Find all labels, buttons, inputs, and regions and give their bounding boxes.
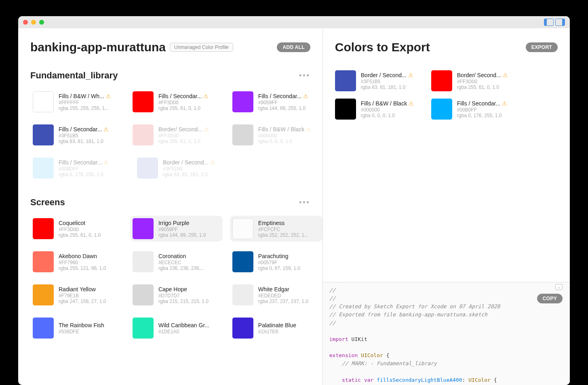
color-card[interactable]: Coronation#ECECECrgba 236, 236, 236,... bbox=[130, 249, 223, 275]
color-swatch bbox=[133, 284, 154, 305]
color-hex: #9059FF bbox=[158, 227, 206, 232]
color-rgba: rgba 255, 61, 0, 1.0 bbox=[59, 232, 101, 238]
color-card[interactable]: Fills / Secondar...⚠#9059FFrgba 144, 89,… bbox=[230, 89, 322, 115]
color-hex: #00B0FF bbox=[59, 166, 109, 172]
section-title: Screens bbox=[30, 197, 65, 208]
color-meta: Fills / Secondar...⚠#FF3D00rgba 255, 61,… bbox=[158, 91, 209, 112]
color-hex: #000000 bbox=[258, 133, 311, 139]
color-swatch bbox=[133, 91, 154, 112]
color-meta: Coronation#ECECECrgba 236, 236, 236,... bbox=[158, 251, 204, 272]
warning-icon: ⚠ bbox=[103, 159, 109, 166]
color-card[interactable]: Fills / B&W / Black⚠#000000rgba 0, 0, 0,… bbox=[230, 122, 322, 148]
color-card[interactable]: Emptiness#FCFCFCrgba 252, 252, 252, 1... bbox=[230, 216, 322, 242]
export-color-card[interactable]: Fills / B&W / Black⚠#000000rgba 0, 0, 0,… bbox=[335, 99, 424, 120]
color-meta: Parachuting#00579Frgba 0, 87, 159, 1.0 bbox=[258, 251, 300, 272]
color-name: Fills / B&W / Black bbox=[258, 126, 304, 133]
warning-icon: ⚠ bbox=[203, 93, 209, 99]
color-card[interactable]: White Edgar#EDEDEDrgba 237, 237, 237, 1.… bbox=[230, 282, 322, 308]
section-fundamental: Fundamental_library ••• Fills / B&W / Wh… bbox=[30, 70, 322, 181]
color-card[interactable]: Radiant Yellow#F79E1Brgba 247, 158, 27, … bbox=[30, 282, 123, 308]
color-name: Fills / Secondar... bbox=[457, 100, 500, 107]
content: banking-app-murattuna Unmanaged Color Pr… bbox=[18, 28, 570, 385]
color-hex: #FF3D00 bbox=[158, 133, 209, 139]
color-swatch bbox=[232, 284, 253, 305]
color-meta: Coquelicot#FF3D00rgba 255, 61, 0, 1.0 bbox=[59, 218, 101, 239]
color-card[interactable]: Parachuting#00579Frgba 0, 87, 159, 1.0 bbox=[230, 249, 322, 275]
screens-grid: Coquelicot#FF3D00rgba 255, 61, 0, 1.0Irr… bbox=[30, 216, 322, 341]
color-name: Coronation bbox=[158, 253, 186, 259]
left-pane: banking-app-murattuna Unmanaged Color Pr… bbox=[18, 28, 322, 385]
warning-icon: ⚠ bbox=[503, 72, 508, 78]
color-meta: Fills / Secondar...⚠#00B0FFrgba 0, 176, … bbox=[59, 158, 109, 179]
code-comment: // Exported from file banking-app-muratt… bbox=[329, 311, 487, 318]
color-meta: Emptiness#FCFCFCrgba 252, 252, 252, 1... bbox=[258, 218, 308, 239]
color-name: Palatinate Blue bbox=[258, 322, 296, 328]
close-icon[interactable] bbox=[23, 20, 28, 25]
color-meta: Fills / B&W / Wh...⚠#FFFFFFrgba 255, 255… bbox=[59, 91, 111, 112]
color-name: Emptiness bbox=[258, 220, 285, 226]
color-hex: #536DFE bbox=[59, 329, 104, 335]
color-name: Border / Second... bbox=[163, 159, 209, 166]
code-comment: // bbox=[329, 287, 336, 293]
color-card[interactable]: The Rainbow Fish#536DFE bbox=[30, 315, 123, 341]
code-text: { bbox=[491, 377, 497, 383]
color-card[interactable]: Cape Hope#D7D7D7rgba 215, 215, 215, 1.0 bbox=[130, 282, 223, 308]
color-card[interactable]: Wild Caribbean Gr...#1DE1A0 bbox=[130, 315, 223, 341]
code-keyword: import bbox=[329, 336, 348, 342]
color-hex: #3F51B5 bbox=[163, 166, 215, 172]
color-name: The Rainbow Fish bbox=[59, 322, 104, 328]
more-icon[interactable]: ••• bbox=[299, 199, 310, 206]
copy-button[interactable]: COPY bbox=[537, 294, 563, 303]
color-meta: Palatinate Blue#2A17E6 bbox=[258, 318, 296, 339]
color-card[interactable]: Border/ Second...⚠#FF3D00rgba 255, 61, 0… bbox=[130, 122, 223, 148]
warning-icon: ⚠ bbox=[103, 126, 109, 133]
color-meta: Border / Second...⚠#3F51B5rgba 63, 81, 1… bbox=[163, 158, 215, 179]
color-card[interactable]: Coquelicot#FF3D00rgba 255, 61, 0, 1.0 bbox=[30, 216, 123, 242]
minimize-icon[interactable] bbox=[31, 20, 36, 25]
color-name: Akebono Dawn bbox=[59, 253, 97, 259]
color-hex: #00B0FF bbox=[457, 107, 507, 113]
color-card[interactable]: Fills / Secondar...⚠#00B0FFrgba 0, 176, … bbox=[30, 155, 127, 181]
export-button[interactable]: EXPORT bbox=[526, 42, 558, 52]
color-swatch bbox=[431, 70, 452, 91]
color-name: Fills / Secondar... bbox=[158, 93, 202, 99]
more-icon[interactable]: ••• bbox=[299, 72, 310, 79]
color-name: Fills / B&W / Black bbox=[361, 100, 407, 107]
color-card[interactable]: Border / Second...⚠#3F51B5rgba 63, 81, 1… bbox=[135, 155, 232, 181]
export-color-card[interactable]: Fills / Secondar...⚠#00B0FFrgba 0, 176, … bbox=[431, 99, 520, 120]
color-name: Wild Caribbean Gr... bbox=[158, 322, 209, 328]
color-card[interactable]: Fills / Secondar...⚠#FF3D00rgba 255, 61,… bbox=[130, 89, 223, 115]
color-card[interactable]: Palatinate Blue#2A17E6 bbox=[230, 315, 322, 341]
section-header-fundamental: Fundamental_library ••• bbox=[30, 70, 322, 81]
color-hex: #D7D7D7 bbox=[158, 293, 209, 299]
color-meta: Fills / Secondar...⚠#9059FFrgba 144, 89,… bbox=[258, 91, 308, 112]
traffic-lights bbox=[23, 20, 44, 25]
page-header: banking-app-murattuna Unmanaged Color Pr… bbox=[30, 40, 322, 54]
color-hex: #1DE1A0 bbox=[158, 329, 209, 335]
maximize-icon[interactable] bbox=[39, 20, 44, 25]
color-meta: Radiant Yellow#F79E1Brgba 247, 158, 27, … bbox=[59, 284, 106, 305]
color-swatch bbox=[33, 124, 54, 145]
add-all-button[interactable]: ADD ALL bbox=[277, 42, 310, 52]
color-name: Fills / Secondar... bbox=[258, 93, 301, 99]
code-block[interactable]: // // // Created by Sketch Export for Xc… bbox=[329, 286, 563, 385]
color-meta: Irrigo Purple#9059FFrgba 144, 89, 255, 1… bbox=[158, 218, 206, 239]
color-card[interactable]: Fills / Secondar...⚠#3F51B5rgba 63, 81, … bbox=[30, 122, 123, 148]
color-rgba: rgba 0, 176, 255, 1.0 bbox=[457, 113, 507, 118]
color-card[interactable]: Irrigo Purple#9059FFrgba 144, 89, 255, 1… bbox=[130, 216, 223, 242]
chevron-down-icon[interactable]: ⌄ bbox=[555, 284, 563, 290]
export-color-card[interactable]: Border / Second...⚠#3F51B5rgba 63, 81, 1… bbox=[335, 70, 424, 91]
color-name: Border / Second... bbox=[361, 72, 407, 78]
color-rgba: rgba 63, 81, 181, 1.0 bbox=[361, 84, 413, 90]
color-card[interactable]: Fills / B&W / Wh...⚠#FFFFFFrgba 255, 255… bbox=[30, 89, 123, 115]
color-rgba: rgba 0, 176, 255, 1.0 bbox=[59, 172, 109, 177]
code-type: UIColor bbox=[361, 352, 383, 358]
color-card[interactable]: Akebono Dawn#FF7960rgba 255, 121, 96, 1.… bbox=[30, 249, 123, 275]
right-pane-toggle-icon[interactable] bbox=[555, 19, 565, 26]
left-pane-toggle-icon[interactable] bbox=[544, 19, 554, 26]
code-keyword: var bbox=[364, 377, 373, 383]
color-meta: Border/ Second...⚠#FF3D00rgba 255, 61, 0… bbox=[158, 124, 209, 145]
color-swatch bbox=[137, 158, 158, 179]
export-color-card[interactable]: Border/ Second...⚠#FF3D00rgba 255, 61, 0… bbox=[431, 70, 520, 91]
section-title: Fundamental_library bbox=[30, 70, 118, 81]
